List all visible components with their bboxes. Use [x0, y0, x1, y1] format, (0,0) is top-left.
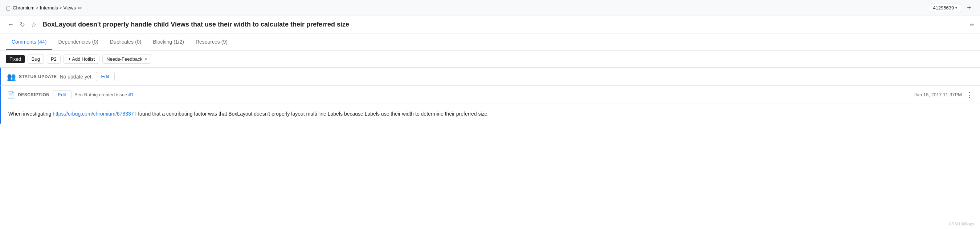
- status-update-label: STATUS UPDATE: [19, 74, 57, 79]
- issue-number: 41295639: [933, 5, 954, 11]
- status-update-icon: 👥: [7, 72, 16, 81]
- description-label: DESCRIPTION: [18, 92, 50, 98]
- issue-number-badge[interactable]: 41295639 ▾: [929, 4, 961, 12]
- dropdown-arrow-icon: ▾: [955, 6, 957, 10]
- tabs-bar: Comments (44) Dependencies (0) Duplicate…: [0, 34, 980, 51]
- page-title: BoxLayout doesn't properly handle child …: [43, 21, 963, 28]
- nav-icons: ← ↻ ☆: [6, 19, 38, 30]
- tab-comments[interactable]: Comments (44): [6, 35, 52, 50]
- status-edit-button[interactable]: Edit: [96, 72, 115, 81]
- star-button[interactable]: ☆: [29, 19, 38, 30]
- needs-feedback-close-icon[interactable]: ×: [145, 57, 147, 62]
- page-footer: CS&H @Bugs: [949, 222, 974, 226]
- description-body: When investigating https://crbug.com/chr…: [1, 104, 980, 123]
- description-section: 📄 DESCRIPTION Edit Ben Ruthig created is…: [0, 86, 980, 123]
- label-fixed[interactable]: Fixed: [6, 55, 25, 63]
- nav-bar: ← ↻ ☆ BoxLayout doesn't properly handle …: [0, 16, 980, 34]
- description-created-link[interactable]: #1: [129, 92, 134, 98]
- description-body-link[interactable]: https://crbug.com/chromium/678337: [52, 111, 134, 117]
- description-icon: 📄: [7, 91, 15, 99]
- breadcrumb-edit-icon[interactable]: ✏: [78, 5, 83, 11]
- breadcrumb: ▢ Chromium > Internals > Views ✏: [6, 5, 926, 11]
- back-button[interactable]: ←: [6, 19, 15, 30]
- needs-feedback-label: Needs-Feedback: [107, 56, 142, 62]
- add-hotlist-button[interactable]: + Add Hotlist: [64, 54, 99, 64]
- breadcrumb-text: Chromium > Internals > Views: [13, 5, 76, 11]
- label-p2[interactable]: P2: [47, 54, 60, 64]
- status-update-text: No update yet.: [60, 74, 93, 80]
- description-header: 📄 DESCRIPTION Edit Ben Ruthig created is…: [1, 86, 980, 104]
- needs-feedback-badge: Needs-Feedback ×: [102, 54, 151, 64]
- tab-duplicates[interactable]: Duplicates (0): [104, 35, 147, 50]
- status-update-section: 👥 STATUS UPDATE No update yet. Edit: [0, 67, 980, 86]
- tab-dependencies[interactable]: Dependencies (0): [52, 35, 104, 50]
- description-body-text-after: I found that a contributing factor was t…: [135, 111, 488, 117]
- description-timestamp: Jan 18, 2017 11:37PM: [914, 92, 962, 98]
- new-issue-button[interactable]: +: [964, 4, 974, 12]
- label-bug[interactable]: Bug: [28, 54, 44, 64]
- top-bar-right: +: [964, 4, 974, 12]
- tab-resources[interactable]: Resources (9): [190, 35, 233, 50]
- labels-bar: Fixed Bug P2 + Add Hotlist Needs-Feedbac…: [0, 51, 980, 67]
- description-more-button[interactable]: ⋮: [965, 91, 974, 99]
- description-edit-button[interactable]: Edit: [52, 90, 72, 99]
- reload-button[interactable]: ↻: [18, 19, 27, 30]
- title-edit-icon[interactable]: ✏: [970, 22, 974, 28]
- menu-icon: ▢: [6, 5, 11, 11]
- tab-blocking[interactable]: Blocking (1/2): [147, 35, 190, 50]
- footer-text: CS&H @Bugs: [949, 222, 974, 226]
- top-bar: ▢ Chromium > Internals > Views ✏ 4129563…: [0, 0, 980, 16]
- description-created-text: Ben Ruthig created issue #1: [75, 92, 134, 98]
- description-body-text-before: When investigating: [8, 111, 51, 117]
